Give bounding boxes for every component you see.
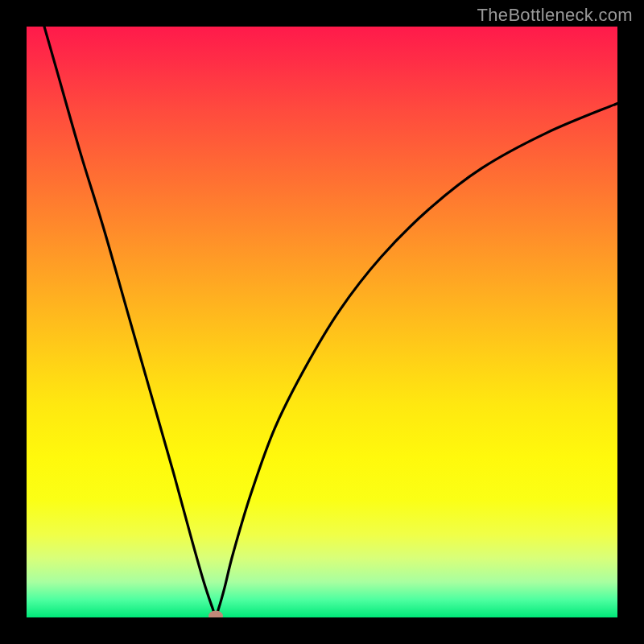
plot-area bbox=[27, 27, 617, 617]
chart-frame: TheBottleneck.com bbox=[0, 0, 644, 644]
optimal-point-marker bbox=[208, 610, 223, 617]
watermark-text: TheBottleneck.com bbox=[477, 5, 633, 26]
bottleneck-curve bbox=[27, 27, 617, 617]
